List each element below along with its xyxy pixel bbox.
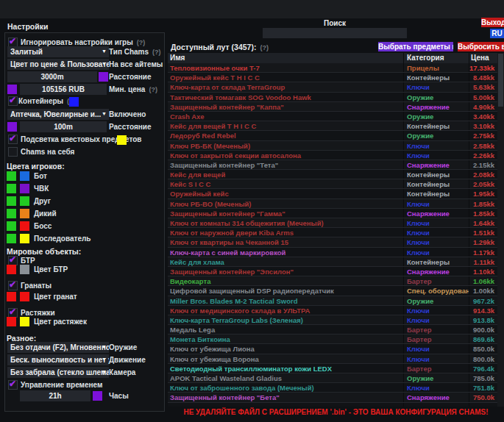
table-row[interactable]: Ключ-карта TerraGroup Labs (Зеленая)Ключ… xyxy=(168,315,497,325)
item-name: Монета Биткоина xyxy=(168,335,403,343)
containers-distance-field[interactable]: 100m xyxy=(20,121,107,132)
grenade-color-swatch-1[interactable] xyxy=(7,292,16,301)
player-visible-color-swatch[interactable] xyxy=(7,171,16,181)
player-color-swatch[interactable] xyxy=(20,221,29,231)
table-row[interactable]: Ключ от закрытой секции автосалонаКлючи2… xyxy=(168,151,497,160)
drop-all-button[interactable]: Выбросить все xyxy=(458,42,504,51)
time-control-checkbox[interactable] xyxy=(8,380,18,390)
table-row[interactable]: Ключ от наружной двери Kiba ArmsКлючи1.5… xyxy=(168,228,497,237)
table-row[interactable]: Кейс S I C CКонтейнеры2.05kk xyxy=(168,179,497,189)
containers-filter-dropdown[interactable]: Аптечка, Ювелирные и...▼ xyxy=(7,109,109,120)
movement-dropdown[interactable]: Беск. выносливость и нет уста▼ xyxy=(7,354,109,365)
table-row[interactable]: Ключ от комнаты 314 общежития (Меченый)К… xyxy=(168,218,497,228)
column-header-name[interactable]: Имя xyxy=(168,53,403,63)
table-row[interactable]: Медаль LegaБартер900.0k xyxy=(168,325,497,335)
table-row[interactable] xyxy=(168,403,497,407)
table-row[interactable]: Ключ РБ-ВО (Меченый)Ключи1.85kk xyxy=(168,199,497,209)
time-control-row: Управление временем xyxy=(5,380,164,391)
table-row[interactable]: Кейс для вещейКонтейнеры2.08kk xyxy=(168,170,497,179)
table-row[interactable]: Ключ от медицинского склада в УЛЬТРАКлюч… xyxy=(168,306,497,315)
table-row[interactable]: Цифровой защищенный DSP радиопередатчикС… xyxy=(168,286,497,296)
grenades-checkbox[interactable] xyxy=(8,281,18,290)
table-row[interactable]: Оружейный кейс T H I C CКонтейнеры8.48kk xyxy=(168,73,497,82)
player-color-swatch[interactable] xyxy=(20,209,29,218)
grenade-color-swatch-2[interactable] xyxy=(20,292,29,301)
hours-row: 21h Часы xyxy=(5,390,164,401)
chams-type-row: Залитый▼ Тип Chams(?) xyxy=(5,46,164,57)
item-price xyxy=(469,403,497,407)
chams-type-dropdown[interactable]: Залитый▼ xyxy=(7,46,109,57)
table-row[interactable]: Ключ от убежища ВоронаКлючи800.0k xyxy=(168,354,497,364)
table-row[interactable]: Кейс для хламаКонтейнеры1.11kk xyxy=(168,257,497,267)
language-button[interactable]: RU xyxy=(490,29,504,38)
all-items-dropdown[interactable]: Цвет по цене & Пользователь▼ xyxy=(7,59,109,70)
table-row[interactable]: Ключ от убежища ЛионаКлючи850.0k xyxy=(168,344,497,354)
player-visible-color-swatch[interactable] xyxy=(7,221,16,231)
exit-button[interactable]: Выход xyxy=(481,18,504,27)
min-price-color-swatch[interactable] xyxy=(7,85,17,94)
table-row[interactable]: Ключ-карта от склада TerraGroupКлючи5.63… xyxy=(168,82,497,92)
help-icon[interactable]: (?) xyxy=(149,86,157,93)
player-color-row: Дикий xyxy=(5,209,164,219)
column-header-price[interactable]: Цена xyxy=(469,53,497,63)
containers-distance-swatch[interactable] xyxy=(7,122,17,132)
table-row[interactable]: Монета БиткоинаБартер869.6k xyxy=(168,335,497,344)
distance-field[interactable]: 3000m xyxy=(7,71,97,82)
movement-label: Движение xyxy=(109,356,146,364)
search-input[interactable] xyxy=(263,28,407,38)
table-row[interactable]: Светодиодный трансиллюминатор кожи LEDXБ… xyxy=(168,364,497,373)
table-row[interactable]: Защищенный контейнер "Бета"Снаряжение750… xyxy=(168,393,497,402)
table-row[interactable]: Crash AxeОружие3.40kk xyxy=(168,112,497,121)
hours-field[interactable]: 21h xyxy=(20,390,90,401)
select-kappa-items-button[interactable]: Выбрать предметы каппа xyxy=(378,42,453,51)
player-color-swatch[interactable] xyxy=(20,171,29,181)
table-row[interactable]: ВидеокартаБартер1.06kk xyxy=(168,276,497,286)
hours-color-swatch[interactable] xyxy=(93,391,102,401)
tripwire-color-swatch-1[interactable] xyxy=(7,317,16,326)
table-row[interactable]: Тепловизионные очки T-7Прицелы17.33kk xyxy=(168,63,497,73)
table-row[interactable]: Защищенный контейнер "Каппа"Снаряжение4.… xyxy=(168,102,497,112)
player-visible-color-swatch[interactable] xyxy=(7,209,16,218)
table-row[interactable]: Защищенный контейнер "Тета"Снаряжение2.1… xyxy=(168,160,497,170)
table-row[interactable]: Ключ от квартиры на Чеканной 15Ключи1.29… xyxy=(168,237,497,247)
table-row[interactable]: Ключ-карта с синей маркировкойКлючи1.17k… xyxy=(168,248,497,257)
btr-color-swatch-1[interactable] xyxy=(7,265,16,274)
containers-checkbox[interactable] xyxy=(8,96,18,106)
table-row[interactable]: Защищенный контейнер "Эпсилон"Снаряжение… xyxy=(168,267,497,276)
help-icon[interactable]: (?) xyxy=(260,44,269,51)
quest-items-checkbox[interactable] xyxy=(8,135,18,144)
player-visible-color-swatch[interactable] xyxy=(7,184,16,193)
item-category: Ключи xyxy=(403,151,469,160)
table-row[interactable]: Кейс для вещей T H I C CКонтейнеры3.10kk xyxy=(168,121,497,131)
item-price: 2.08kk xyxy=(469,170,497,179)
table-row[interactable]: Оружейный кейсКонтейнеры1.95kk xyxy=(168,189,497,199)
table-row[interactable]: Тактический томагавк SOG Voodoo HawkОруж… xyxy=(168,93,497,102)
table-row[interactable]: Защищенный контейнер "Гамма"Снаряжение1.… xyxy=(168,209,497,218)
help-icon[interactable]: (?) xyxy=(152,49,161,56)
btr-color-swatch-2[interactable] xyxy=(20,265,29,274)
table-row[interactable]: Miller Bros. Blades M-2 Tactical SwordОр… xyxy=(168,296,497,306)
chams-self-checkbox[interactable] xyxy=(8,147,18,157)
table-row[interactable]: Ключ от заброшенного завода (Меченый)Клю… xyxy=(168,383,497,393)
player-color-swatch[interactable] xyxy=(20,234,29,243)
item-name: APOK Tactical Wasteland Gladius xyxy=(168,373,403,382)
player-visible-color-swatch[interactable] xyxy=(7,234,16,243)
distance-color-swatch[interactable] xyxy=(99,72,108,82)
item-name: Ключ-карта TerraGroup Labs (Зеленая) xyxy=(168,315,403,324)
table-row[interactable]: APOK Tactical Wasteland GladiusОружие785… xyxy=(168,373,497,383)
quest-items-color-swatch[interactable] xyxy=(117,135,127,145)
help-icon[interactable]: (?) xyxy=(137,39,146,46)
camera-dropdown[interactable]: Без забрала (стекло шлема)▼ xyxy=(7,367,109,378)
containers-color-swatch[interactable] xyxy=(69,97,79,107)
column-header-category[interactable]: Категория xyxy=(403,53,469,63)
weapon-dropdown[interactable]: Без отдачи (F2), Мгновенное п▼ xyxy=(7,342,109,353)
tripwire-color-swatch-2[interactable] xyxy=(20,317,29,326)
scrollbar-thumb[interactable] xyxy=(498,54,503,107)
player-color-swatch[interactable] xyxy=(20,196,29,206)
player-visible-color-swatch[interactable] xyxy=(7,196,16,206)
table-row[interactable]: Ледоруб Red RebelОружие2.75kk xyxy=(168,131,497,140)
min-price-field[interactable]: 105156 RUB xyxy=(20,84,107,95)
player-color-swatch[interactable] xyxy=(20,184,29,193)
table-row[interactable]: Ключ РБ-БК (Меченый)Ключи2.58kk xyxy=(168,141,497,151)
table-scrollbar[interactable] xyxy=(497,53,504,407)
